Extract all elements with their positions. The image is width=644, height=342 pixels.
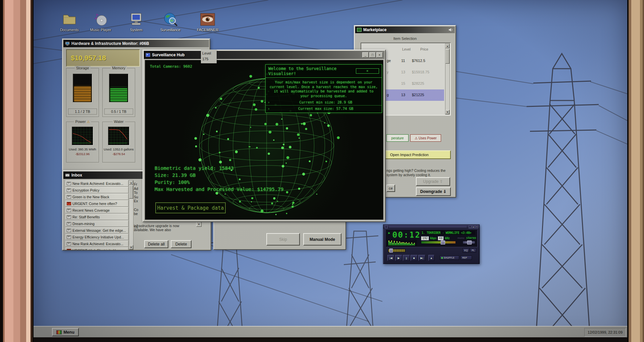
hardware-titlebar[interactable]: Hardware & Infrastructure Monitor: #06B [63,40,209,47]
storage-meter [73,74,92,102]
player-play-button[interactable]: ▶ [395,255,402,261]
speaker-icon[interactable] [448,28,453,32]
seek-bar[interactable] [388,249,406,252]
mail-row[interactable]: External Message: Get the edge... [65,227,128,233]
power-used: Used: 380.35 MWh [67,147,98,151]
desktop-icon-music-player[interactable]: ♪ Music Player [87,12,115,32]
samplerate-unit: kHz [445,237,449,240]
desktop-icon-surveillance[interactable]: Surveillance [156,12,184,32]
min-size-row: › Current min size: 28.9 GB [266,99,382,106]
mail-row[interactable]: New Rank Achieved: Excavato... [65,180,128,187]
player-titlebar[interactable]: _ ▴ × [383,225,479,229]
mail-row[interactable]: Green is the New Black [65,194,128,200]
min-size-value: Current min size: 28.9 GB [272,100,380,104]
player-next-button[interactable]: ▶| [418,255,425,261]
scrollbar-thumb[interactable] [129,185,133,199]
minimize-button[interactable]: _ [362,52,369,58]
mail-icon [67,222,71,225]
harvest-package-button[interactable]: Harvest & Package data [155,202,226,213]
shuffle-toggle[interactable]: SHUFFLE [440,256,459,260]
close-button[interactable]: × [376,52,383,58]
surveillance-titlebar[interactable]: Surveillance Hub _ □ × [144,51,384,59]
mail-subject: Re: Staff Benefits [72,215,100,219]
marketplace-titlebar[interactable]: Marketplace [355,26,455,33]
player-stop-button[interactable]: ■ [411,255,418,261]
window-title: Inbox [71,173,82,178]
storage-value: 1.1 / 2 TB [68,109,97,115]
repeat-toggle[interactable]: REP [461,256,472,260]
mail-row[interactable]: URGENT: High Electricity Usage [65,247,128,250]
dialog-body-text: Your min/max harvest size is dependent o… [266,78,382,99]
mail-row[interactable]: Encryption Policy [65,187,128,193]
menu-label: Menu [63,330,74,335]
marketplace-scrollbar[interactable]: ▲ ▼ [445,44,450,115]
mail-subject: Recent News Coverage [72,208,110,212]
manual-mode-button[interactable]: Manual Mode [303,233,341,246]
player-menu-icon[interactable] [385,225,388,228]
dialog-close-icon[interactable]: × [356,68,379,74]
upgrade-button[interactable]: Upgrade ⇧ [416,177,450,186]
water-used: Used: 1352.0 gallons [103,147,134,151]
playlist-toggle[interactable]: PL [470,248,476,253]
spectrum-bar [396,241,397,246]
visualiser-welcome-dialog: Welcome to the Surveillance Visualiser! … [265,64,382,113]
surveillance-viewport: Total Cameras: 9602 Welcome to the Surve… [145,60,383,220]
player-minimize-icon[interactable]: _ [469,225,472,228]
preview-fragment: be [134,212,138,216]
spectrum-bar [388,241,389,246]
storage-panel: Storage 1.1 / 2 TB [66,68,99,117]
spectrum-bar [407,243,408,246]
globe-magnifier-icon [163,12,178,27]
total-cameras-label: Total Cameras: 9602 [150,64,192,69]
level-indicator: Level 175 [201,50,217,63]
downgrade-button[interactable]: Downgrade ⇩ [416,187,451,196]
maximize-button[interactable]: □ [369,52,376,58]
eye-icon [200,12,215,27]
menu-button[interactable]: Menu [52,328,79,336]
eq-toggle[interactable]: EQ [463,248,469,253]
desktop-icon-faceminer[interactable]: FACEMINER [194,12,222,32]
volume-thumb[interactable] [441,241,445,245]
mail-row[interactable]: Re: Staff Benefits [65,214,128,220]
icon-label: Surveillance [156,28,184,32]
balance-slider[interactable] [463,241,475,244]
inbox-scrollbar[interactable]: ▲ ▼ [129,180,133,250]
mail-row[interactable]: Dream-mining [65,220,128,227]
music-cd-icon: ♪ [93,12,108,27]
spectrum-analyzer [388,240,417,246]
preview-text-line: available. We have also [134,228,171,232]
scrollbar-thumb[interactable] [445,49,449,64]
player-prev-button[interactable]: |◀ [387,255,394,261]
mail-row[interactable]: URGENT: Come here often? [65,200,128,207]
mail-row[interactable]: Energy Efficiency Initiative Upd... [65,234,128,240]
mail-row[interactable]: Recent News Coverage [65,207,128,213]
player-shade-icon[interactable]: ▴ [472,225,475,228]
storage-label: Storage [75,66,91,70]
delete-button[interactable]: Delete [171,240,192,248]
mail-row[interactable]: New Rank Achieved: Excavato... [65,241,128,247]
track-title-marquee[interactable]: 1. TEKRIDER - WORKLIFE <3:48> [421,231,475,235]
delete-all-button[interactable]: Delete all [144,240,168,248]
player-eject-button[interactable]: ▲ [428,255,434,261]
scroll-up-icon[interactable]: ▲ [445,44,449,48]
partial-button[interactable]: ce [386,185,395,192]
desktop-icon-system[interactable]: System [122,12,150,32]
combo-arrow-icon[interactable]: ▼ [196,222,202,227]
skip-button[interactable]: Skip [266,233,300,246]
item-level: 11 [397,59,409,63]
desktop-icon-documents[interactable]: Documents [55,12,84,32]
mail-icon [67,235,71,239]
player-pause-button[interactable]: || [403,255,410,261]
preview-text-line: infrastructure upgrade is now [134,224,179,228]
uses-power-badge: ⚠ Uses Power [410,134,441,142]
volume-slider[interactable] [421,241,456,244]
balance-thumb[interactable] [467,241,472,245]
scroll-down-icon[interactable]: ▼ [129,245,133,250]
preview-fragment: Co [134,208,138,212]
scroll-down-icon[interactable]: ▼ [445,110,449,114]
scroll-up-icon[interactable]: ▲ [129,181,133,185]
power-graph [72,127,93,145]
player-close-icon[interactable]: × [475,225,478,228]
process-panel: Skip Manual Mode [213,219,346,250]
seek-thumb[interactable] [389,249,393,253]
